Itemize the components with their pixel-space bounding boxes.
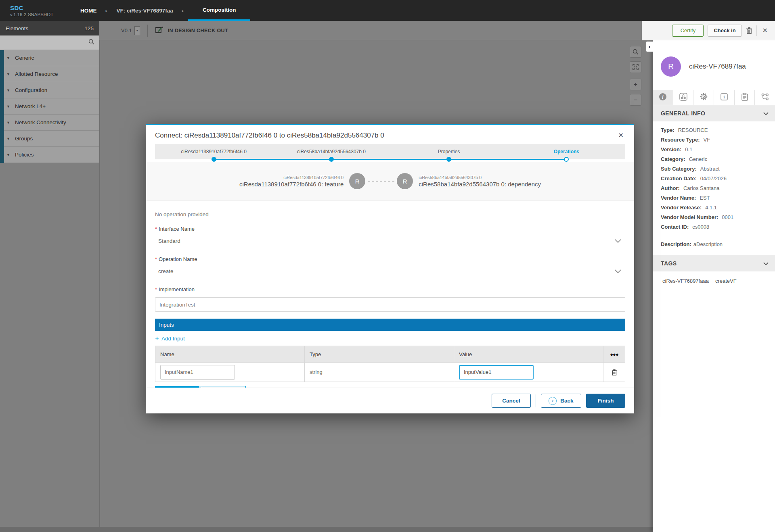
gear-icon — [700, 92, 708, 102]
close-icon[interactable]: ✕ — [761, 27, 769, 34]
canvas-bottom-strip — [0, 527, 653, 532]
chevron-down-icon: ▼ — [6, 153, 10, 157]
resource-name: ciRes-VF76897faa — [689, 63, 746, 71]
canvas-zoom-in-button[interactable]: + — [630, 79, 641, 90]
chevron-down-icon: ▼ — [6, 104, 10, 108]
operation-name-select[interactable]: create — [155, 267, 625, 278]
inputs-section-header: Inputs — [155, 319, 625, 331]
panel-tabs: i — [653, 90, 775, 105]
back-arrow-icon: ‹ — [549, 397, 557, 405]
tag-item: createVF — [715, 278, 737, 284]
cancel-button[interactable]: Cancel — [492, 394, 531, 408]
implementation-label: *Implementation — [155, 286, 625, 292]
source-node-badge: R — [349, 173, 365, 189]
tab-general-info[interactable]: i — [653, 90, 673, 105]
search-input[interactable] — [0, 36, 86, 50]
field-vendor-name: Vendor Name:EST — [661, 195, 769, 201]
avatar: R — [661, 56, 681, 77]
wizard-step-dot — [329, 157, 334, 162]
modal-close-icon[interactable]: ✕ — [617, 131, 625, 140]
interface-name-label: *Interface Name — [155, 226, 625, 232]
app-logo: SDC v.1.16.2-SNAPSHOT — [10, 4, 71, 17]
elements-sidebar: Elements 125 ▼ Generic ▼ Allotted Resour… — [0, 21, 99, 163]
tab-composition[interactable]: Composition — [188, 0, 251, 21]
checkin-button[interactable]: Check in — [708, 25, 741, 37]
breadcrumb-separator-icon: ▸ — [178, 8, 188, 13]
composition-icon — [679, 93, 687, 102]
canvas-search-button[interactable] — [630, 46, 641, 58]
version-label: V0.1 — [121, 27, 132, 33]
tags-section-header[interactable]: TAGS — [653, 255, 775, 271]
sidebar-item-configuration[interactable]: ▼ Configuration — [4, 82, 99, 98]
chevron-down-icon — [615, 267, 621, 275]
field-type: Type:RESOURCE — [661, 127, 769, 133]
plus-icon: + — [155, 334, 159, 342]
no-operation-text: No operation provided — [155, 211, 625, 217]
connect-wizard-modal: Connect: ciResda1138910af772fb6f46 0 to … — [146, 124, 634, 413]
tags-list: ciRes-VF76897faaa createVF — [653, 271, 775, 284]
connection-dashed-line — [368, 181, 394, 182]
column-header-name: Name — [155, 346, 305, 362]
tab-properties[interactable] — [693, 90, 714, 105]
source-node-labels: ciResda1138910af772fb6f46 0 ciResda11389… — [239, 175, 344, 188]
lifecycle-status-label: IN DESIGN CHECK OUT — [168, 28, 228, 33]
certify-button[interactable]: Certify — [672, 25, 704, 37]
search-icon — [88, 39, 94, 46]
target-node-badge: R — [397, 173, 413, 189]
sidebar-categories: ▼ Generic ▼ Allotted Resource ▼ Configur… — [0, 50, 99, 163]
wizard-progress-line — [214, 159, 567, 160]
chevron-down-icon: ▼ — [6, 72, 10, 76]
connection-diagram: ciResda1138910af772fb6f46 0 ciResda11389… — [146, 162, 634, 201]
tab-deployment-artifacts[interactable] — [735, 90, 755, 105]
input-type-value: string — [310, 369, 323, 375]
general-info-section-header[interactable]: GENERAL INFO — [653, 105, 775, 121]
breadcrumb-vf[interactable]: VF: ciRes-VF76897faa — [112, 8, 178, 14]
sidebar-item-network-l4[interactable]: ▼ Network L4+ — [4, 98, 99, 115]
chevron-down-icon: ▼ — [6, 137, 10, 141]
finish-button[interactable]: Finish — [586, 394, 625, 408]
tab-composition-structure[interactable] — [673, 90, 694, 105]
checkout-icon — [155, 26, 164, 35]
table-menu-icon[interactable]: ●●● — [610, 351, 618, 357]
interface-name-select[interactable]: Standard — [155, 237, 625, 248]
implementation-input[interactable] — [155, 297, 625, 312]
input-value-field[interactable] — [459, 365, 534, 380]
column-header-type: Type — [305, 346, 454, 362]
sidebar-item-groups[interactable]: ▼ Groups — [4, 131, 99, 147]
sidebar-item-network-connectivity[interactable]: ▼ Network Connectivity — [4, 115, 99, 131]
target-node-labels: ciRes58ba14bfa92d5564307b 0 ciRes58ba14b… — [419, 175, 541, 188]
delete-input-icon[interactable] — [612, 369, 617, 376]
toolbar-actions: Certify Check in ✕ — [642, 21, 775, 40]
back-button[interactable]: ‹ Back — [541, 394, 581, 408]
tab-information-artifacts[interactable]: i — [714, 90, 735, 105]
chevron-down-icon: ▼ — [6, 121, 10, 125]
column-header-value: Value — [454, 346, 603, 362]
canvas-fullscreen-button[interactable] — [630, 61, 641, 73]
sidebar-item-allotted-resource[interactable]: ▼ Allotted Resource — [4, 66, 99, 82]
delete-icon[interactable] — [746, 27, 752, 34]
app-version: v.1.16.2-SNAPSHOT — [10, 12, 71, 17]
required-asterisk: * — [155, 286, 157, 292]
toolbar-divider — [756, 25, 757, 36]
general-info-fields: Type:RESOURCE Resource Type:VF Version:0… — [653, 121, 775, 230]
modal-header: Connect: ciResda1138910af772fb6f46 0 to … — [146, 125, 634, 144]
add-input-link[interactable]: + Add Input — [155, 334, 199, 342]
required-asterisk: * — [155, 256, 157, 262]
input-row: string — [155, 362, 625, 382]
sidebar-item-policies[interactable]: ▼ Policies — [4, 147, 99, 163]
sidebar-item-generic[interactable]: ▼ Generic — [4, 50, 99, 66]
description-row: Description:aDescription — [653, 234, 775, 255]
inputs-table-header: Name Type Value ●●● — [155, 346, 625, 362]
tab-requirements-capabilities[interactable] — [755, 90, 775, 105]
info-icon: i — [659, 93, 667, 102]
clipboard-icon — [741, 93, 748, 102]
modal-footer: Cancel ‹ Back Finish — [146, 388, 634, 413]
field-category: Category:Generic — [661, 156, 769, 162]
version-dropdown[interactable]: ▾ — [134, 26, 140, 35]
panel-collapse-toggle[interactable]: › — [646, 42, 653, 52]
wizard-step-dot — [212, 157, 216, 162]
breadcrumb-home[interactable]: HOME — [75, 8, 102, 14]
inputs-table: Name Type Value ●●● string — [155, 346, 625, 382]
input-name-field[interactable] — [160, 365, 235, 380]
canvas-zoom-out-button[interactable]: − — [630, 94, 641, 106]
